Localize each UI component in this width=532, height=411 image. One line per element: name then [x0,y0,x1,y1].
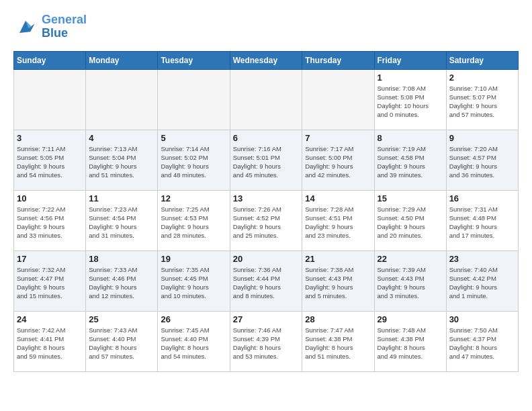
day-number: 13 [233,193,300,203]
calendar-day-cell: 1Sunrise: 7:08 AMSunset: 5:08 PMDaylight… [374,69,446,130]
day-number: 29 [378,314,443,324]
day-number: 15 [378,193,443,203]
day-number: 11 [89,193,154,203]
weekday-header: Tuesday [158,51,230,69]
day-info: Sunrise: 7:43 AMSunset: 4:40 PMDaylight:… [89,326,154,361]
day-info: Sunrise: 7:26 AMSunset: 4:52 PMDaylight:… [233,205,300,240]
calendar-day-cell [14,69,86,130]
logo-text: General Blue [42,13,87,40]
calendar-header-row: SundayMondayTuesdayWednesdayThursdayFrid… [14,51,519,69]
day-number: 12 [161,193,226,203]
day-number: 4 [89,133,154,143]
calendar-day-cell: 28Sunrise: 7:47 AMSunset: 4:38 PMDayligh… [302,311,374,371]
calendar-day-cell: 7Sunrise: 7:17 AMSunset: 5:00 PMDaylight… [302,130,374,190]
calendar-day-cell: 29Sunrise: 7:48 AMSunset: 4:38 PMDayligh… [374,311,446,371]
day-number: 5 [161,133,226,143]
day-info: Sunrise: 7:39 AMSunset: 4:43 PMDaylight:… [378,265,443,301]
day-number: 3 [17,133,83,143]
day-number: 21 [305,254,371,264]
day-number: 25 [89,314,154,324]
day-info: Sunrise: 7:28 AMSunset: 4:51 PMDaylight:… [305,205,371,240]
day-info: Sunrise: 7:25 AMSunset: 4:53 PMDaylight:… [161,205,226,240]
day-info: Sunrise: 7:35 AMSunset: 4:45 PMDaylight:… [161,265,226,301]
day-number: 8 [378,133,443,143]
calendar-day-cell: 16Sunrise: 7:31 AMSunset: 4:48 PMDayligh… [446,190,518,250]
day-number: 30 [449,314,515,324]
day-info: Sunrise: 7:50 AMSunset: 4:37 PMDaylight:… [449,326,515,361]
day-number: 20 [233,254,300,264]
day-number: 19 [161,254,226,264]
day-info: Sunrise: 7:10 AMSunset: 5:07 PMDaylight:… [449,84,515,120]
calendar-day-cell [230,69,302,130]
day-number: 14 [305,193,371,203]
calendar-table: SundayMondayTuesdayWednesdayThursdayFrid… [13,51,519,372]
day-info: Sunrise: 7:48 AMSunset: 4:38 PMDaylight:… [378,326,443,361]
calendar-day-cell: 3Sunrise: 7:11 AMSunset: 5:05 PMDaylight… [14,130,86,190]
day-number: 17 [17,254,83,264]
day-number: 28 [305,314,371,324]
calendar-day-cell: 13Sunrise: 7:26 AMSunset: 4:52 PMDayligh… [230,190,302,250]
calendar-day-cell: 6Sunrise: 7:16 AMSunset: 5:01 PMDaylight… [230,130,302,190]
calendar-day-cell: 14Sunrise: 7:28 AMSunset: 4:51 PMDayligh… [302,190,374,250]
day-info: Sunrise: 7:32 AMSunset: 4:47 PMDaylight:… [17,265,83,301]
day-number: 27 [233,314,300,324]
day-number: 10 [17,193,83,203]
day-number: 22 [378,254,443,264]
calendar-day-cell: 10Sunrise: 7:22 AMSunset: 4:56 PMDayligh… [14,190,86,250]
day-info: Sunrise: 7:22 AMSunset: 4:56 PMDaylight:… [17,205,83,240]
day-info: Sunrise: 7:46 AMSunset: 4:39 PMDaylight:… [233,326,300,361]
calendar-day-cell: 20Sunrise: 7:36 AMSunset: 4:44 PMDayligh… [230,250,302,311]
day-number: 24 [17,314,83,324]
day-info: Sunrise: 7:42 AMSunset: 4:41 PMDaylight:… [17,326,83,361]
logo: General Blue [13,13,87,40]
calendar-day-cell: 17Sunrise: 7:32 AMSunset: 4:47 PMDayligh… [14,250,86,311]
weekday-header: Saturday [446,51,518,69]
day-info: Sunrise: 7:13 AMSunset: 5:04 PMDaylight:… [89,144,154,180]
calendar-day-cell: 18Sunrise: 7:33 AMSunset: 4:46 PMDayligh… [86,250,158,311]
calendar-week-row: 17Sunrise: 7:32 AMSunset: 4:47 PMDayligh… [14,250,519,311]
calendar-day-cell: 19Sunrise: 7:35 AMSunset: 4:45 PMDayligh… [158,250,230,311]
day-info: Sunrise: 7:16 AMSunset: 5:01 PMDaylight:… [233,144,300,180]
calendar-day-cell: 24Sunrise: 7:42 AMSunset: 4:41 PMDayligh… [14,311,86,371]
day-info: Sunrise: 7:20 AMSunset: 4:57 PMDaylight:… [449,144,515,180]
calendar-day-cell: 2Sunrise: 7:10 AMSunset: 5:07 PMDaylight… [446,69,518,130]
weekday-header: Monday [86,51,158,69]
calendar-day-cell: 27Sunrise: 7:46 AMSunset: 4:39 PMDayligh… [230,311,302,371]
calendar-day-cell: 12Sunrise: 7:25 AMSunset: 4:53 PMDayligh… [158,190,230,250]
weekday-header: Thursday [302,51,374,69]
day-info: Sunrise: 7:31 AMSunset: 4:48 PMDaylight:… [449,205,515,240]
calendar-day-cell: 5Sunrise: 7:14 AMSunset: 5:02 PMDaylight… [158,130,230,190]
day-info: Sunrise: 7:08 AMSunset: 5:08 PMDaylight:… [378,84,443,120]
day-info: Sunrise: 7:17 AMSunset: 5:00 PMDaylight:… [305,144,371,180]
day-info: Sunrise: 7:29 AMSunset: 4:50 PMDaylight:… [378,205,443,240]
day-number: 7 [305,133,371,143]
calendar-day-cell: 25Sunrise: 7:43 AMSunset: 4:40 PMDayligh… [86,311,158,371]
calendar-day-cell: 26Sunrise: 7:45 AMSunset: 4:40 PMDayligh… [158,311,230,371]
day-info: Sunrise: 7:11 AMSunset: 5:05 PMDaylight:… [17,144,83,180]
weekday-header: Sunday [14,51,86,69]
day-number: 16 [449,193,515,203]
day-number: 6 [233,133,300,143]
day-info: Sunrise: 7:14 AMSunset: 5:02 PMDaylight:… [161,144,226,180]
calendar-week-row: 3Sunrise: 7:11 AMSunset: 5:05 PMDaylight… [14,130,519,190]
calendar-week-row: 10Sunrise: 7:22 AMSunset: 4:56 PMDayligh… [14,190,519,250]
day-number: 23 [449,254,515,264]
day-number: 9 [449,133,515,143]
day-info: Sunrise: 7:23 AMSunset: 4:54 PMDaylight:… [89,205,154,240]
calendar-day-cell [86,69,158,130]
day-info: Sunrise: 7:40 AMSunset: 4:42 PMDaylight:… [449,265,515,301]
page-header: General Blue [13,13,519,40]
calendar-day-cell: 15Sunrise: 7:29 AMSunset: 4:50 PMDayligh… [374,190,446,250]
day-info: Sunrise: 7:19 AMSunset: 4:58 PMDaylight:… [378,144,443,180]
calendar-day-cell: 22Sunrise: 7:39 AMSunset: 4:43 PMDayligh… [374,250,446,311]
day-info: Sunrise: 7:33 AMSunset: 4:46 PMDaylight:… [89,265,154,301]
day-info: Sunrise: 7:36 AMSunset: 4:44 PMDaylight:… [233,265,300,301]
calendar-day-cell: 8Sunrise: 7:19 AMSunset: 4:58 PMDaylight… [374,130,446,190]
calendar-day-cell: 21Sunrise: 7:38 AMSunset: 4:43 PMDayligh… [302,250,374,311]
weekday-header: Friday [374,51,446,69]
calendar-day-cell: 23Sunrise: 7:40 AMSunset: 4:42 PMDayligh… [446,250,518,311]
calendar-day-cell: 9Sunrise: 7:20 AMSunset: 4:57 PMDaylight… [446,130,518,190]
day-number: 1 [378,73,443,83]
day-info: Sunrise: 7:38 AMSunset: 4:43 PMDaylight:… [305,265,371,301]
day-number: 26 [161,314,226,324]
